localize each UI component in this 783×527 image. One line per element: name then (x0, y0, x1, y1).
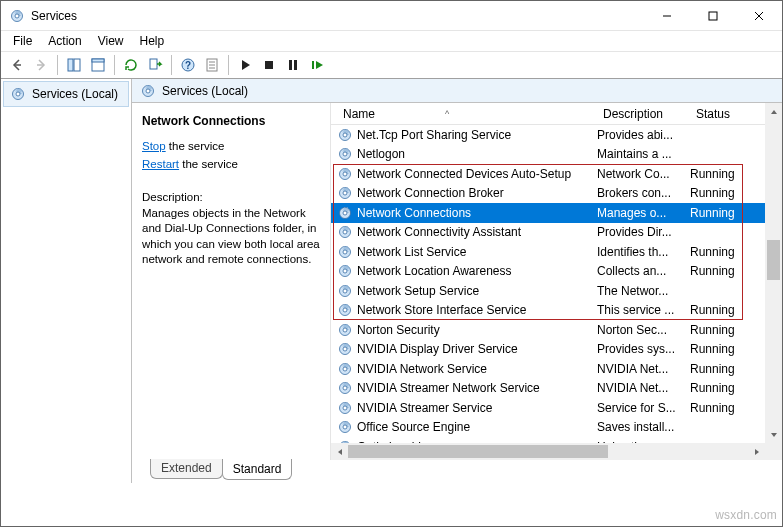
service-row[interactable]: NVIDIA Streamer Network ServiceNVIDIA Ne… (331, 379, 782, 399)
gear-icon (140, 83, 156, 99)
svg-rect-19 (294, 60, 297, 70)
horizontal-scrollbar[interactable] (331, 443, 782, 460)
gear-icon (337, 146, 353, 162)
svg-rect-18 (289, 60, 292, 70)
refresh-button[interactable] (119, 53, 143, 77)
description-text: Manages objects in the Network and Dial-… (142, 206, 322, 268)
service-row[interactable]: Network Location AwarenessCollects an...… (331, 262, 782, 282)
maximize-button[interactable] (690, 1, 736, 31)
stop-suffix: the service (166, 140, 225, 152)
tree-item-services-local[interactable]: Services (Local) (3, 81, 129, 107)
service-status: Running (690, 401, 746, 415)
scroll-left-button[interactable] (331, 443, 348, 460)
description-label: Description: (142, 190, 322, 206)
service-description: Service for S... (597, 401, 690, 415)
gear-icon (337, 361, 353, 377)
service-description: NVIDIA Net... (597, 362, 690, 376)
scroll-thumb[interactable] (767, 240, 780, 280)
service-description: Identifies th... (597, 245, 690, 259)
column-header-status[interactable]: Status (690, 107, 746, 121)
service-name: Network List Service (357, 245, 597, 259)
show-hide-tree-button[interactable] (62, 53, 86, 77)
properties-button[interactable] (200, 53, 224, 77)
forward-button[interactable] (29, 53, 53, 77)
service-description-panel: Network Connections Stop the service Res… (132, 103, 330, 460)
view-tabs: Extended Standard (132, 460, 782, 483)
tab-extended[interactable]: Extended (150, 459, 223, 479)
scroll-down-button[interactable] (765, 426, 782, 443)
scroll-right-button[interactable] (748, 443, 765, 460)
column-header-description[interactable]: Description (597, 107, 690, 121)
service-status: Running (690, 303, 746, 317)
service-row[interactable]: Network Connection BrokerBrokers con...R… (331, 184, 782, 204)
restart-service-button[interactable] (305, 53, 329, 77)
service-row[interactable]: Network ConnectionsManages o...Running (331, 203, 782, 223)
svg-rect-3 (709, 12, 717, 20)
service-row[interactable]: Office Source EngineSaves install... (331, 418, 782, 438)
scroll-corner (765, 443, 782, 460)
gear-icon (10, 86, 26, 102)
service-name: NVIDIA Network Service (357, 362, 597, 376)
service-status: Running (690, 167, 746, 181)
gear-icon (337, 166, 353, 182)
menu-view[interactable]: View (90, 32, 132, 50)
body-area: Services (Local) Services (Local) Networ… (1, 79, 782, 483)
back-button[interactable] (5, 53, 29, 77)
gear-icon (337, 244, 353, 260)
menu-action[interactable]: Action (40, 32, 89, 50)
restart-service-link[interactable]: Restart (142, 158, 179, 170)
gear-icon (337, 205, 353, 221)
vertical-scrollbar[interactable] (765, 103, 782, 443)
column-header-name[interactable]: Name ^ (337, 107, 597, 121)
svg-rect-17 (265, 61, 273, 69)
scroll-up-button[interactable] (765, 103, 782, 120)
svg-rect-7 (74, 59, 80, 71)
tab-standard[interactable]: Standard (222, 459, 293, 480)
service-name: Network Connectivity Assistant (357, 225, 597, 239)
service-description: Provides abi... (597, 128, 690, 142)
service-name: NVIDIA Streamer Network Service (357, 381, 597, 395)
scroll-track[interactable] (765, 120, 782, 426)
scroll-thumb-h[interactable] (348, 445, 608, 458)
close-button[interactable] (736, 1, 782, 31)
service-row[interactable]: Norton SecurityNorton Sec...Running (331, 320, 782, 340)
service-row[interactable]: NVIDIA Display Driver ServiceProvides sy… (331, 340, 782, 360)
watermark: wsxdn.com (715, 508, 777, 522)
svg-rect-9 (92, 59, 104, 62)
export-list-button[interactable] (143, 53, 167, 77)
properties-window-button[interactable] (86, 53, 110, 77)
stop-service-button[interactable] (257, 53, 281, 77)
service-row[interactable]: NVIDIA Network ServiceNVIDIA Net...Runni… (331, 359, 782, 379)
service-row[interactable]: Net.Tcp Port Sharing ServiceProvides abi… (331, 125, 782, 145)
service-name: Office Source Engine (357, 420, 597, 434)
service-rows: Net.Tcp Port Sharing ServiceProvides abi… (331, 125, 782, 460)
service-row[interactable]: Network Setup ServiceThe Networ... (331, 281, 782, 301)
service-status: Running (690, 362, 746, 376)
service-description: Provides Dir... (597, 225, 690, 239)
scroll-track-h[interactable] (348, 443, 748, 460)
pause-service-button[interactable] (281, 53, 305, 77)
minimize-button[interactable] (644, 1, 690, 31)
menu-bar: File Action View Help (1, 31, 782, 51)
sort-indicator-icon: ^ (445, 109, 449, 119)
menu-help[interactable]: Help (132, 32, 173, 50)
service-name: Network Location Awareness (357, 264, 597, 278)
service-row[interactable]: NVIDIA Streamer ServiceService for S...R… (331, 398, 782, 418)
service-status: Running (690, 323, 746, 337)
selected-service-title: Network Connections (142, 113, 322, 139)
help-button[interactable]: ? (176, 53, 200, 77)
menu-file[interactable]: File (5, 32, 40, 50)
svg-rect-6 (68, 59, 73, 71)
service-row[interactable]: Network Connected Devices Auto-SetupNetw… (331, 164, 782, 184)
service-description: Brokers con... (597, 186, 690, 200)
service-row[interactable]: Network Connectivity AssistantProvides D… (331, 223, 782, 243)
column-headers: Name ^ Description Status (331, 103, 782, 125)
stop-service-link[interactable]: Stop (142, 140, 166, 152)
start-service-button[interactable] (233, 53, 257, 77)
app-icon (9, 8, 25, 24)
svg-text:?: ? (185, 60, 191, 71)
service-row[interactable]: Network Store Interface ServiceThis serv… (331, 301, 782, 321)
service-row[interactable]: Network List ServiceIdentifies th...Runn… (331, 242, 782, 262)
detail-header-title: Services (Local) (162, 84, 248, 98)
service-row[interactable]: NetlogonMaintains a ... (331, 145, 782, 165)
